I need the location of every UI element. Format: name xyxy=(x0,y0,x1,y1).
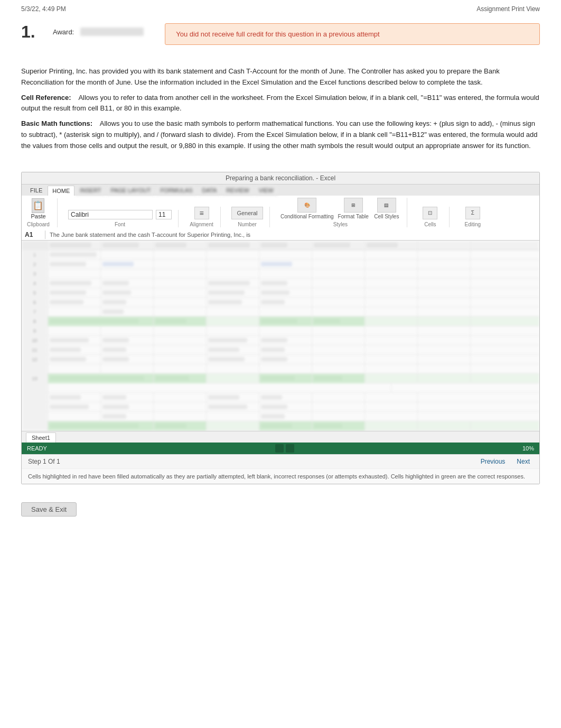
alignment-label: Alignment xyxy=(190,222,213,227)
status-icons xyxy=(275,444,294,453)
clipboard-label: Clipboard xyxy=(27,222,50,227)
editing-label: Editing xyxy=(465,222,481,227)
question-number: 1. xyxy=(21,23,42,40)
format-table-icon: ⊞ xyxy=(344,198,363,213)
ribbon-alignment-group: ≡ Alignment xyxy=(189,207,221,227)
ribbon-clipboard-group: 📋 Paste Clipboard xyxy=(26,198,58,227)
award-label: Award: xyxy=(53,28,74,36)
cell-styles-icon: ▤ xyxy=(377,198,396,213)
date-stamp: 5/3/22, 4:49 PM xyxy=(21,5,66,13)
alert-box: You did not receive full credit for this… xyxy=(165,23,540,45)
tab-review[interactable]: REVIEW xyxy=(222,186,253,196)
sheet-tab-1[interactable]: Sheet1 xyxy=(26,432,56,443)
question-block: 1. Award: You did not receive full credi… xyxy=(0,18,561,56)
editing-section: Σ xyxy=(465,207,480,219)
paste-button[interactable]: 📋 Paste xyxy=(31,198,45,219)
zoom-level: 10% xyxy=(522,445,534,451)
format-table-button[interactable]: ⊞ Format Table xyxy=(338,198,369,219)
status-bar: READY 10% xyxy=(22,443,539,454)
tab-data[interactable]: DATA xyxy=(198,186,221,196)
tab-formulas[interactable]: FORMULAS xyxy=(156,186,197,196)
styles-row: 🎨 Conditional Formatting ⊞ Format Table … xyxy=(280,198,400,219)
conditional-formatting-label: Conditional Formatting xyxy=(280,214,334,219)
alignment-section: ≡ xyxy=(194,207,209,219)
save-exit-button[interactable]: Save & Exit xyxy=(21,502,77,517)
font-size-input[interactable] xyxy=(156,210,172,219)
status-icon-1 xyxy=(275,444,284,453)
sheet-tabs: Sheet1 xyxy=(22,431,539,443)
award-line: Award: xyxy=(53,27,144,36)
cell-ref-label: Cell Reference: xyxy=(21,94,71,102)
status-ready: READY xyxy=(27,445,47,451)
ribbon-content: 📋 Paste Clipboard Font ≡ Alignment Gener… xyxy=(22,196,539,229)
tab-file[interactable]: FILE xyxy=(26,186,46,196)
question-content: Superior Printing, Inc. has provided you… xyxy=(0,56,561,167)
ribbon-editing-group: Σ Editing xyxy=(460,207,492,227)
styles-label: Styles xyxy=(333,222,348,227)
prev-button[interactable]: Previous xyxy=(478,457,509,466)
paste-icon: 📋 xyxy=(32,198,44,213)
formula-divider xyxy=(45,231,45,239)
number-label: Number xyxy=(238,222,257,227)
tab-home[interactable]: HOME xyxy=(48,186,74,196)
cells-label: Cells xyxy=(424,222,436,227)
conditional-formatting-icon: 🎨 xyxy=(297,198,316,213)
spreadsheet-area[interactable]: 1 2 xyxy=(22,241,539,431)
formula-content: The June bank statement and the cash T-a… xyxy=(50,232,536,238)
number-format-display: General xyxy=(231,207,263,219)
cells-icon: ⊡ xyxy=(423,207,437,219)
ribbon-styles-group: 🎨 Conditional Formatting ⊞ Format Table … xyxy=(280,198,407,227)
excel-container: Preparing a bank reconciliation. - Excel… xyxy=(21,172,540,485)
font-name-input[interactable] xyxy=(68,210,153,219)
basic-math-label: Basic Math functions: xyxy=(21,119,92,127)
cell-reference: A1 xyxy=(25,231,41,238)
legend-text: Cells highlighted in red have been fille… xyxy=(22,468,539,484)
step-bar: Step 1 Of 1 Previous Next xyxy=(22,454,539,468)
tab-insert[interactable]: INSERT xyxy=(76,186,105,196)
tab-page-layout[interactable]: PAGE LAYOUT xyxy=(106,186,155,196)
font-row xyxy=(68,210,172,219)
cells-section: ⊡ xyxy=(423,207,437,219)
alignment-icon: ≡ xyxy=(194,207,209,219)
ribbon-number-group: General Number xyxy=(231,207,270,227)
cell-ref-desc: Cell Reference: Allows you to refer to d… xyxy=(21,93,540,115)
question-row: 1. Award: You did not receive full credi… xyxy=(21,23,540,45)
excel-title-bar: Preparing a bank reconciliation. - Excel xyxy=(22,172,539,185)
next-button[interactable]: Next xyxy=(513,457,533,466)
description-paragraph1: Superior Printing, Inc. has provided you… xyxy=(21,66,540,88)
number-section: General xyxy=(231,207,263,219)
paste-label: Paste xyxy=(31,213,45,219)
cell-styles-label: Cell Styles xyxy=(374,214,399,219)
cell-styles-button[interactable]: ▤ Cell Styles xyxy=(373,198,400,219)
font-label: Font xyxy=(115,222,125,227)
status-icon-2 xyxy=(286,444,294,453)
page-header: 5/3/22, 4:49 PM Assignment Print View xyxy=(0,0,561,18)
ribbon-cells-group: ⊡ Cells xyxy=(418,207,450,227)
ribbon-tabs: FILE HOME INSERT PAGE LAYOUT FORMULAS DA… xyxy=(22,185,539,196)
step-text: Step 1 Of 1 xyxy=(28,458,60,465)
tab-view[interactable]: VIEW xyxy=(255,186,278,196)
ribbon-font-group: Font xyxy=(68,210,179,227)
formula-bar: A1 The June bank statement and the cash … xyxy=(22,229,539,241)
basic-math-desc: Basic Math functions: Allows you to use … xyxy=(21,118,540,151)
blur-overlay: 1 2 xyxy=(22,241,539,431)
award-value xyxy=(80,27,144,36)
page-title: Assignment Print View xyxy=(476,5,540,13)
editing-icon: Σ xyxy=(465,207,480,219)
conditional-formatting-button[interactable]: 🎨 Conditional Formatting xyxy=(280,198,334,219)
format-table-label: Format Table xyxy=(338,214,369,219)
